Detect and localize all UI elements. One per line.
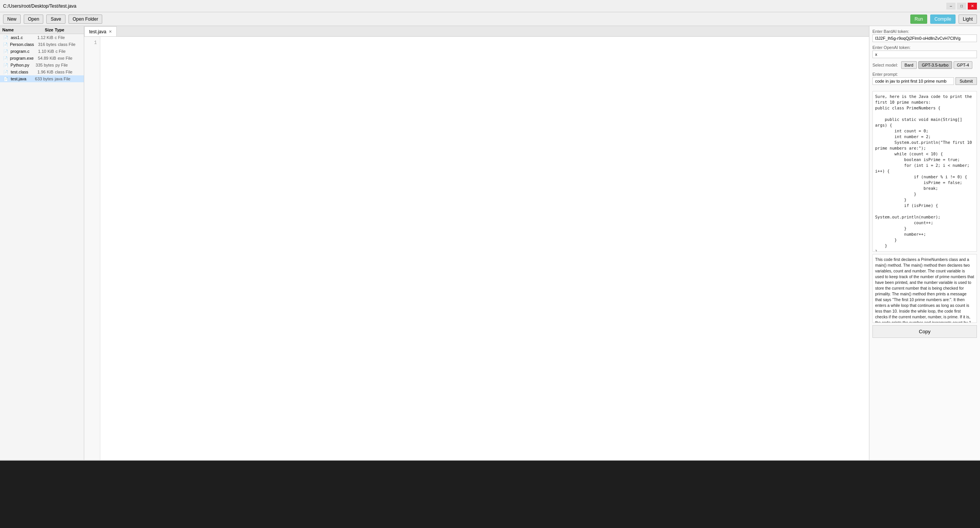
col-name-header: Name — [2, 28, 28, 32]
file-icon: 📄 — [2, 69, 9, 75]
ai-explanation: This code first declares a PrimeNumbers … — [872, 254, 977, 323]
model-select-row: Select model: Bard GPT-3.5-turbo GPT-4 — [872, 61, 977, 69]
file-type: class File — [58, 42, 82, 47]
file-icon: 📄 — [2, 62, 9, 68]
main-layout: Name Size Type 📄 ass1.c 1.12 KiB c File … — [0, 26, 980, 460]
right-panel: Enter BardAI token: Enter OpenAI token: … — [869, 26, 980, 460]
bard-token-label: Enter BardAI token: — [872, 29, 977, 34]
title-text: C:/Users/root/Desktop/Test/test.java — [3, 3, 76, 9]
file-name: program.c — [10, 49, 29, 54]
file-name: Python.py — [11, 63, 29, 67]
line-numbers: 1 — [84, 37, 100, 460]
run-button[interactable]: Run — [910, 15, 927, 24]
code-content[interactable] — [100, 37, 869, 460]
col-type-header: Type — [55, 28, 82, 32]
file-icon: 📄 — [2, 42, 8, 47]
file-name: Person.class — [10, 42, 34, 47]
openai-token-label: Enter OpenAI token: — [872, 45, 977, 50]
file-size: 1.96 KiB — [28, 70, 55, 74]
file-type: class File — [55, 70, 82, 74]
open-folder-button[interactable]: Open Folder — [69, 15, 103, 24]
file-size: 54.89 KiB — [34, 56, 58, 60]
file-icon: 📄 — [2, 76, 9, 81]
file-size: 316 bytes — [34, 42, 58, 47]
copy-button[interactable]: Copy — [872, 325, 977, 338]
tab-bar: test.java ✕ — [84, 26, 869, 37]
file-item[interactable]: 📄 Python.py 335 bytes py File — [0, 62, 84, 68]
new-button[interactable]: New — [3, 15, 21, 24]
file-name: ass1.c — [11, 35, 28, 40]
file-item[interactable]: 📄 test.java 633 bytes java File — [0, 75, 84, 82]
file-size: 633 bytes — [28, 77, 55, 81]
ai-response: Sure, here is the Java code to print the… — [872, 91, 977, 252]
file-icon: 📄 — [2, 55, 8, 61]
file-name: test.java — [11, 77, 28, 81]
prompt-input[interactable] — [872, 77, 954, 85]
submit-button[interactable]: Submit — [956, 77, 977, 85]
editor-tab[interactable]: test.java ✕ — [84, 26, 117, 36]
file-size: 1.10 KiB — [29, 49, 56, 54]
title-bar: C:/Users/root/Desktop/Test/test.java – □… — [0, 0, 980, 12]
window-controls: – □ ✕ — [946, 3, 977, 10]
file-name: test.class — [11, 70, 28, 74]
toolbar: New Open Save Open Folder Run Compile Li… — [0, 12, 980, 26]
file-item[interactable]: 📄 test.class 1.96 KiB class File — [0, 68, 84, 75]
col-size-header: Size — [28, 28, 55, 32]
file-type: java File — [55, 77, 82, 81]
file-explorer: Name Size Type 📄 ass1.c 1.12 KiB c File … — [0, 26, 84, 460]
prompt-field: Enter prompt: Submit — [872, 72, 977, 88]
light-button[interactable]: Light — [959, 15, 977, 24]
open-button[interactable]: Open — [24, 15, 43, 24]
file-name: program.exe — [10, 56, 34, 60]
file-item[interactable]: 📄 ass1.c 1.12 KiB c File — [0, 34, 84, 41]
file-type: exe File — [58, 56, 82, 60]
bard-token-input[interactable] — [872, 34, 977, 42]
bard-token-field: Enter BardAI token: — [872, 29, 977, 42]
save-button[interactable]: Save — [46, 15, 65, 24]
file-item[interactable]: 📄 program.exe 54.89 KiB exe File — [0, 55, 84, 62]
file-type: c File — [56, 49, 82, 54]
tab-close-icon[interactable]: ✕ — [109, 29, 112, 34]
openai-token-field: Enter OpenAI token: — [872, 45, 977, 58]
model-btn-bard[interactable]: Bard — [901, 61, 917, 69]
prompt-row: Submit — [872, 77, 977, 85]
file-size: 335 bytes — [29, 63, 55, 67]
explorer-header: Name Size Type — [0, 26, 84, 34]
file-item[interactable]: 📄 Person.class 316 bytes class File — [0, 41, 84, 48]
terminal-area — [0, 460, 980, 528]
line-number: 1 — [87, 39, 97, 47]
minimize-button[interactable]: – — [946, 3, 956, 10]
file-type: c File — [55, 35, 82, 40]
model-btn-gpt4[interactable]: GPT-4 — [954, 61, 973, 69]
compile-button[interactable]: Compile — [930, 15, 956, 24]
editor-area: test.java ✕ 1 — [84, 26, 869, 460]
model-btn-gpt35[interactable]: GPT-3.5-turbo — [918, 61, 952, 69]
file-icon: 📄 — [2, 35, 9, 40]
maximize-button[interactable]: □ — [957, 3, 966, 10]
openai-token-input[interactable] — [872, 51, 977, 58]
select-model-label: Select model: — [872, 63, 898, 67]
file-list: 📄 ass1.c 1.12 KiB c File 📄 Person.class … — [0, 34, 84, 460]
file-type: py File — [56, 63, 82, 67]
close-button[interactable]: ✕ — [968, 3, 977, 10]
tab-label: test.java — [89, 29, 106, 34]
file-item[interactable]: 📄 program.c 1.10 KiB c File — [0, 48, 84, 55]
file-size: 1.12 KiB — [28, 35, 55, 40]
prompt-label: Enter prompt: — [872, 72, 977, 77]
code-editor[interactable]: 1 — [84, 37, 869, 460]
file-icon: 📄 — [2, 49, 9, 54]
